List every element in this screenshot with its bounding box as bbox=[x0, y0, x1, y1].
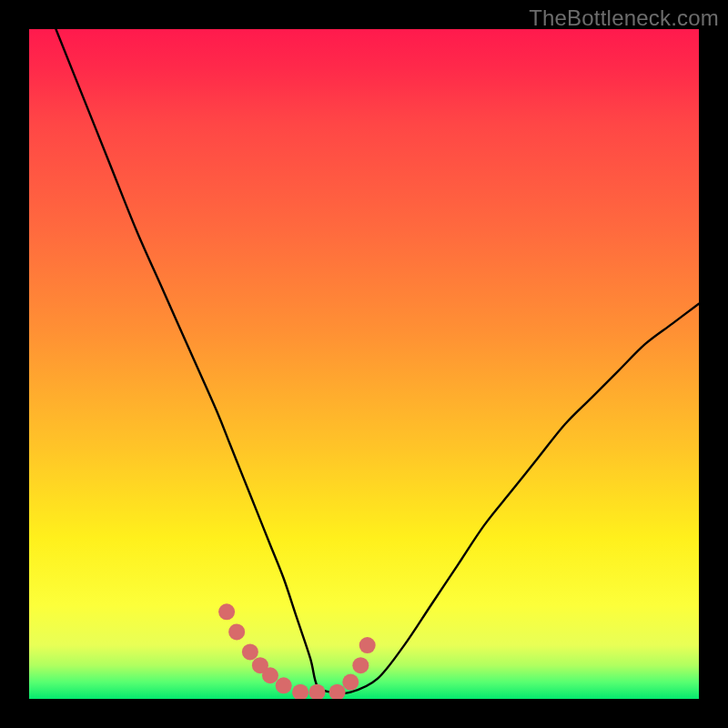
highlight-dot bbox=[242, 643, 258, 660]
highlight-dot bbox=[359, 637, 376, 653]
highlight-dot bbox=[329, 684, 346, 699]
highlight-dot bbox=[262, 667, 278, 683]
highlight-dot bbox=[342, 674, 359, 691]
chart-plot-area bbox=[29, 29, 699, 699]
bottleneck-curve bbox=[56, 29, 699, 693]
chart-svg bbox=[29, 29, 699, 699]
chart-frame: TheBottleneck.com bbox=[0, 0, 728, 728]
highlight-dot bbox=[228, 623, 245, 640]
highlight-dot bbox=[352, 657, 369, 673]
highlight-dot bbox=[292, 684, 308, 699]
highlight-dot bbox=[276, 677, 292, 693]
watermark-text: TheBottleneck.com bbox=[529, 5, 719, 31]
highlight-dot bbox=[218, 603, 235, 620]
highlight-dot bbox=[308, 684, 325, 699]
